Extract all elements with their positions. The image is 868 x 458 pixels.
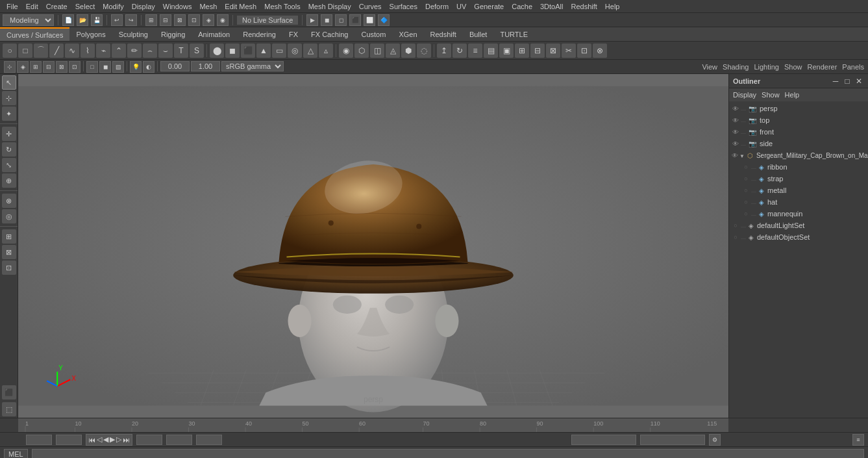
vp-snap-surface[interactable]: ⊡ bbox=[69, 61, 81, 73]
show-manip-btn[interactable]: ◎ bbox=[2, 209, 16, 223]
tool-arc[interactable]: ⌒ bbox=[34, 44, 48, 58]
tab-polygons[interactable]: Polygons bbox=[69, 27, 112, 41]
renderer-menu[interactable]: Renderer bbox=[808, 63, 837, 71]
playback-controls[interactable]: ⏮ ◁ ◀ ▶ ▷ ⏭ bbox=[86, 434, 132, 446]
tool-stitch[interactable]: ⊠ bbox=[546, 44, 560, 58]
outliner-item-ribbon[interactable]: ○ ◈ ribbon bbox=[729, 161, 868, 173]
menu-display[interactable]: Display bbox=[128, 3, 159, 10]
snap2-btn[interactable]: ⊟ bbox=[160, 14, 171, 26]
mel-label[interactable]: MEL bbox=[4, 449, 28, 459]
render2-btn[interactable]: ◼ bbox=[321, 14, 332, 26]
open-btn[interactable]: 📂 bbox=[77, 14, 88, 26]
menu-mesh-display[interactable]: Mesh Display bbox=[304, 3, 355, 10]
outliner-content[interactable]: 👁 📷 persp 👁 📷 top 👁 📷 front 👁 bbox=[729, 101, 868, 418]
tab-fx[interactable]: FX bbox=[282, 27, 304, 41]
outliner-help-menu[interactable]: Help bbox=[785, 91, 800, 99]
tool-cone[interactable]: ▲ bbox=[256, 44, 271, 58]
outliner-item-hat[interactable]: ○ ◈ hat bbox=[729, 196, 868, 208]
tab-xgen[interactable]: XGen bbox=[392, 27, 423, 41]
tool-trim[interactable]: ✂ bbox=[562, 44, 576, 58]
play-back-btn[interactable]: ◀ bbox=[103, 435, 108, 444]
menu-surfaces[interactable]: Surfaces bbox=[386, 3, 421, 10]
tool-revolve[interactable]: ↻ bbox=[453, 44, 467, 58]
tool-boundary[interactable]: ▣ bbox=[499, 44, 514, 58]
tab-fx-caching[interactable]: FX Caching bbox=[304, 27, 354, 41]
tool-svg[interactable]: S bbox=[190, 44, 204, 58]
render5-btn[interactable]: ⬜ bbox=[364, 14, 375, 26]
outliner-item-persp[interactable]: 👁 📷 persp bbox=[729, 103, 868, 114]
modeling-mode-dropdown[interactable]: Modeling bbox=[3, 14, 54, 26]
render3-btn[interactable]: ◻ bbox=[335, 14, 347, 26]
render-region-btn[interactable]: ⬛ bbox=[2, 385, 16, 400]
tool-pyramid[interactable]: ▵ bbox=[319, 44, 333, 58]
outliner-item-mannequin[interactable]: ○ ◈ mannequin bbox=[729, 208, 868, 220]
tool-cube[interactable]: ◼ bbox=[225, 44, 240, 58]
tool-line[interactable]: ╱ bbox=[49, 44, 64, 58]
tool-bezier[interactable]: ⌃ bbox=[112, 44, 126, 58]
vp-snap-grid[interactable]: ⊞ bbox=[30, 61, 42, 73]
tool-cv[interactable]: ⌇ bbox=[81, 44, 95, 58]
tool-nurbs-sphere[interactable]: ◉ bbox=[339, 44, 353, 58]
menu-mesh-tools[interactable]: Mesh Tools bbox=[260, 3, 304, 10]
tool-plane[interactable]: ▭ bbox=[272, 44, 286, 58]
outliner-item-strap[interactable]: ○ ◈ strap bbox=[729, 173, 868, 184]
frame-max-input[interactable]: 2000 bbox=[196, 435, 222, 445]
tool-curve[interactable]: ∿ bbox=[65, 44, 79, 58]
translate-x-input[interactable]: 0.00 bbox=[160, 61, 190, 71]
tool-prism[interactable]: △ bbox=[303, 44, 317, 58]
outliner-item-top[interactable]: 👁 📷 top bbox=[729, 114, 868, 126]
tool-project[interactable]: ⊡ bbox=[577, 44, 591, 58]
tab-rendering[interactable]: Rendering bbox=[236, 27, 282, 41]
render-btn[interactable]: ▶ bbox=[306, 14, 318, 26]
outliner-item-side[interactable]: 👁 📷 side bbox=[729, 138, 868, 149]
menu-deform[interactable]: Deform bbox=[421, 3, 453, 10]
menu-curves[interactable]: Curves bbox=[355, 3, 386, 10]
universal-tool-btn[interactable]: ⊕ bbox=[2, 173, 16, 188]
shading-menu[interactable]: Shading bbox=[723, 63, 749, 71]
tab-bullet[interactable]: Bullet bbox=[463, 27, 494, 41]
anim-layer-input[interactable]: No Anim Layer bbox=[571, 435, 636, 445]
outliner-item-metall[interactable]: ○ ◈ metall bbox=[729, 184, 868, 196]
vp-wireframe[interactable]: □ bbox=[86, 61, 98, 73]
select-tool-btn[interactable]: ↖ bbox=[2, 75, 16, 90]
new-scene-btn[interactable]: 📄 bbox=[62, 14, 74, 26]
vp-select-mask[interactable]: ⊹ bbox=[4, 61, 16, 73]
outliner-show-menu[interactable]: Show bbox=[762, 91, 780, 99]
hypershade-btn[interactable]: ⬚ bbox=[2, 402, 16, 416]
tool-intersect[interactable]: ⊗ bbox=[593, 44, 607, 58]
tool-cylinder[interactable]: ⬛ bbox=[241, 44, 255, 58]
lighting-menu[interactable]: Lighting bbox=[754, 63, 779, 71]
tool-sphere[interactable]: ⬤ bbox=[210, 44, 224, 58]
vp-obj-mode[interactable]: ◈ bbox=[17, 61, 29, 73]
tool-square-surf[interactable]: ⊞ bbox=[515, 44, 529, 58]
colorspace-dropdown[interactable]: sRGB gamma bbox=[221, 61, 284, 71]
vp-shadow[interactable]: ◐ bbox=[143, 61, 155, 73]
tool-loft[interactable]: ≡ bbox=[468, 44, 482, 58]
tool-square[interactable]: □ bbox=[18, 44, 32, 58]
menu-generate[interactable]: Generate bbox=[470, 3, 508, 10]
menu-3dtool[interactable]: 3DtoAll bbox=[536, 3, 567, 10]
skip-end-btn[interactable]: ⏭ bbox=[123, 436, 130, 444]
snap3-btn[interactable]: ⊠ bbox=[174, 14, 186, 26]
vp-smooth[interactable]: ◼ bbox=[99, 61, 111, 73]
menu-cache[interactable]: Cache bbox=[508, 3, 536, 10]
render4-btn[interactable]: ⬛ bbox=[349, 14, 361, 26]
live-surface-btn[interactable]: No Live Surface bbox=[237, 16, 298, 25]
frame-current-input[interactable]: 1 bbox=[56, 435, 82, 445]
outliner-minimize-btn[interactable]: ─ bbox=[830, 76, 841, 86]
vp-textured[interactable]: ▧ bbox=[112, 61, 124, 73]
tool-text[interactable]: T bbox=[174, 44, 188, 58]
vp-snap-curve[interactable]: ⊟ bbox=[43, 61, 55, 73]
outliner-item-lightset[interactable]: ○ ◈ defaultLightSet bbox=[729, 220, 868, 231]
snap5-btn[interactable]: ◈ bbox=[203, 14, 214, 26]
frame-current2-input[interactable]: 120 bbox=[166, 435, 192, 445]
outliner-item-objectset[interactable]: ○ ◈ defaultObjectSet bbox=[729, 231, 868, 243]
tab-rigging[interactable]: Rigging bbox=[155, 27, 192, 41]
save-btn[interactable]: 💾 bbox=[91, 14, 103, 26]
snap1-btn[interactable]: ⊞ bbox=[145, 14, 157, 26]
tab-sculpting[interactable]: Sculpting bbox=[112, 27, 155, 41]
timeline-track[interactable]: 1 10 20 30 40 50 60 70 80 90 100 110 115 bbox=[18, 418, 728, 432]
scale-tool-btn[interactable]: ⤡ bbox=[2, 158, 16, 172]
measure-btn[interactable]: ⊠ bbox=[2, 245, 16, 259]
menu-modify[interactable]: Modify bbox=[99, 3, 127, 10]
